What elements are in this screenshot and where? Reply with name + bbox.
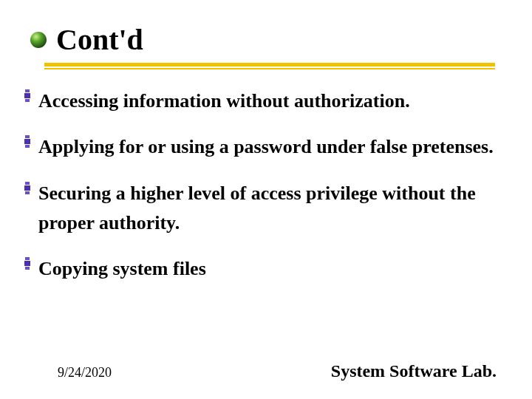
bullet-text: Securing a higher level of access privil… [38, 179, 510, 239]
footer-org: System Software Lab. [331, 361, 497, 381]
footer: 9/24/2020 System Software Lab. [0, 361, 532, 381]
list-item: Accessing information without authorizat… [24, 86, 510, 116]
bullet-icon [24, 257, 31, 270]
list-item: Securing a higher level of access privil… [24, 179, 510, 239]
bullet-list: Accessing information without authorizat… [22, 86, 510, 284]
list-item: Applying for or using a password under f… [24, 132, 510, 162]
bullet-text: Copying system files [38, 254, 206, 284]
footer-date: 9/24/2020 [58, 365, 112, 381]
bullet-icon [24, 135, 31, 149]
bullet-text: Applying for or using a password under f… [38, 132, 494, 162]
list-item: Copying system files [24, 254, 510, 284]
title-divider [44, 63, 495, 70]
bullet-icon [24, 89, 31, 103]
bullet-text: Accessing information without authorizat… [38, 86, 410, 116]
title-row: Cont'd [30, 22, 510, 57]
bullet-icon [24, 182, 31, 195]
slide: Cont'd Accessing information without aut… [0, 0, 532, 399]
sphere-icon [30, 31, 47, 49]
slide-title: Cont'd [56, 22, 143, 57]
svg-point-0 [30, 32, 47, 48]
